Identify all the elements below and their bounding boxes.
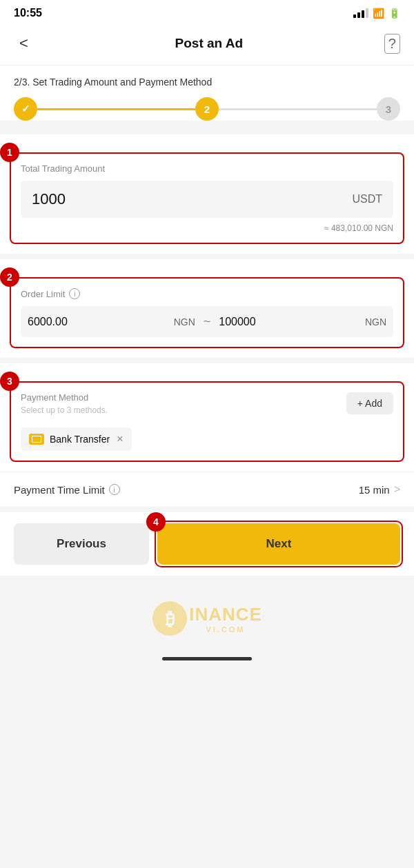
step-progress: ✓ 2 3	[14, 97, 400, 121]
section-3-outer: 3 Payment Method Select up to 3 methods.…	[0, 358, 414, 472]
time-limit-info-icon[interactable]: i	[109, 484, 120, 495]
app-header: < Post an Ad ?	[0, 23, 414, 65]
total-trading-label: Total Trading Amount	[21, 163, 393, 174]
amount-value: 1000	[32, 190, 66, 208]
step-1-circle: ✓	[14, 97, 37, 121]
step-3-circle: 3	[377, 97, 400, 121]
limit-max-currency: NGN	[365, 316, 386, 327]
watermark-text: INANCE	[189, 604, 262, 625]
next-button-wrap: 4 Next	[157, 523, 400, 565]
home-indicator	[162, 657, 252, 660]
watermark: ₿ INANCE VI.COM	[0, 576, 414, 650]
remove-payment-button[interactable]: ×	[117, 433, 123, 445]
time-limit-row[interactable]: Payment Time Limit i 15 min >	[0, 472, 414, 507]
svg-text:₿: ₿	[166, 609, 175, 629]
help-button[interactable]: ?	[384, 34, 400, 54]
bank-transfer-icon	[29, 434, 44, 445]
step-2-circle: 2	[195, 97, 219, 121]
section-1-outer: 1 Total Trading Amount 1000 USDT ≈ 483,0…	[0, 134, 414, 254]
amount-currency: USDT	[352, 193, 382, 205]
status-bar: 10:55 📶 🔋	[0, 0, 414, 23]
limit-max: 100000 NGN	[219, 316, 386, 328]
section-2-wrap: 2 Order Limit i 6000.00 NGN ~ 100000 NGN	[10, 277, 404, 348]
badge-2: 2	[0, 268, 19, 287]
section-3-content: Payment Method Select up to 3 methods. +…	[10, 381, 404, 462]
section-3-wrap: 3 Payment Method Select up to 3 methods.…	[10, 381, 404, 462]
time-limit-chevron: >	[394, 483, 400, 496]
step-line-2	[219, 108, 377, 110]
payment-method-label: Payment Method	[21, 392, 108, 403]
time-limit-label: Payment Time Limit i	[14, 484, 120, 496]
payment-method-name: Bank Transfer	[50, 434, 110, 445]
time-limit-value: 15 min	[359, 484, 390, 496]
bitcoin-watermark-icon: ₿	[152, 600, 188, 636]
order-limit-info-icon[interactable]: i	[69, 288, 80, 299]
status-time: 10:55	[14, 7, 42, 19]
step-line-1	[37, 108, 195, 110]
next-button[interactable]: Next	[157, 523, 400, 565]
section-1-content: Total Trading Amount 1000 USDT ≈ 483,010…	[10, 152, 404, 244]
battery-icon: 🔋	[388, 8, 400, 19]
signal-icon	[353, 8, 368, 18]
payment-method-sublabel: Select up to 3 methods.	[21, 405, 108, 415]
section-1-wrap: 1 Total Trading Amount 1000 USDT ≈ 483,0…	[10, 152, 404, 244]
section-2-content: Order Limit i 6000.00 NGN ~ 100000 NGN	[10, 277, 404, 348]
previous-button[interactable]: Previous	[14, 523, 149, 565]
limit-min: 6000.00 NGN	[28, 316, 195, 328]
step-section: 2/3. Set Trading Amount and Payment Meth…	[0, 65, 414, 121]
badge-4: 4	[146, 512, 166, 532]
status-icons: 📶 🔋	[353, 8, 400, 19]
add-payment-button[interactable]: + Add	[346, 392, 393, 414]
time-limit-value-wrap: 15 min >	[359, 483, 400, 496]
section-2-outer: 2 Order Limit i 6000.00 NGN ~ 100000 NGN	[0, 254, 414, 358]
wifi-icon: 📶	[373, 8, 384, 19]
badge-1: 1	[0, 143, 19, 162]
watermark-subtext: VI.COM	[189, 625, 262, 634]
back-button[interactable]: <	[14, 32, 34, 55]
amount-input-row[interactable]: 1000 USDT	[21, 181, 393, 218]
page-title: Post an Ad	[175, 36, 244, 51]
limit-min-currency: NGN	[174, 316, 195, 327]
payment-tag: Bank Transfer ×	[21, 427, 132, 451]
badge-3: 3	[0, 372, 19, 391]
order-limit-label: Order Limit i	[21, 288, 393, 299]
limit-max-value: 100000	[219, 316, 255, 328]
amount-equiv: ≈ 483,010.00 NGN	[21, 223, 393, 233]
limit-min-value: 6000.00	[28, 316, 68, 328]
limit-tilde: ~	[201, 314, 214, 329]
step-label: 2/3. Set Trading Amount and Payment Meth…	[14, 77, 400, 88]
buttons-row: Previous 4 Next	[0, 507, 414, 576]
payment-header: Payment Method Select up to 3 methods. +…	[21, 392, 393, 415]
order-limit-row[interactable]: 6000.00 NGN ~ 100000 NGN	[21, 306, 393, 337]
